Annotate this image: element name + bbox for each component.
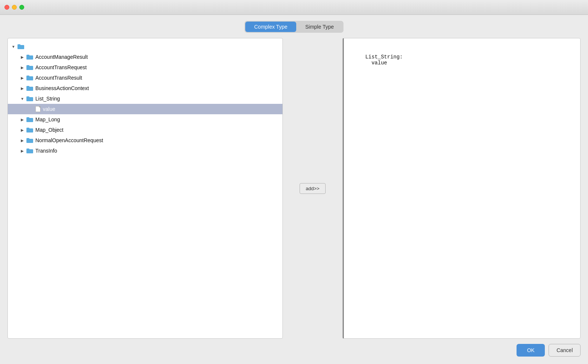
- add-button[interactable]: add>>: [300, 183, 326, 194]
- expand-icon-AccountManageResult: [20, 54, 25, 60]
- svg-rect-1: [17, 44, 20, 46]
- tree-label-AccountTransRequest: AccountTransRequest: [35, 64, 87, 70]
- expand-icon-BusinessActionContext: [20, 86, 25, 91]
- expand-icon-AccountTransRequest: [20, 65, 25, 70]
- ok-button[interactable]: OK: [517, 344, 545, 357]
- tree-item-NormalOpenAccountRequest[interactable]: NormalOpenAccountRequest: [8, 135, 282, 146]
- bottom-bar: OK Cancel: [7, 339, 581, 357]
- tree-item-AccountTransResult[interactable]: AccountTransResult: [8, 73, 282, 83]
- folder-icon-AccountTransResult: [26, 75, 33, 80]
- tree-item-Map_Object[interactable]: Map_Object: [8, 125, 282, 135]
- dialog: Complex Type Simple Type: [0, 15, 588, 364]
- tree-item-AccountManageResult[interactable]: AccountManageResult: [8, 52, 282, 62]
- content-area: AccountManageResult AccountTransRequest: [7, 38, 581, 339]
- tree-label-TransInfo: TransInfo: [35, 148, 57, 154]
- tree-item-List_String[interactable]: List_String: [8, 93, 282, 104]
- svg-rect-11: [26, 96, 29, 98]
- tab-simple-type[interactable]: Simple Type: [296, 22, 343, 32]
- folder-icon-AccountTransRequest: [26, 65, 33, 70]
- expand-icon-root: [11, 44, 16, 49]
- folder-icon-Map_Long: [26, 117, 33, 122]
- tree-item-TransInfo[interactable]: TransInfo: [8, 146, 282, 156]
- tree-label-BusinessActionContext: BusinessActionContext: [35, 85, 89, 91]
- middle-area: add>>: [283, 38, 342, 339]
- tree-label-AccountManageResult: AccountManageResult: [35, 54, 88, 60]
- minimize-button[interactable]: [12, 5, 17, 10]
- expand-icon-AccountTransResult: [20, 75, 25, 80]
- tree-label-List_String: List_String: [35, 96, 60, 102]
- svg-rect-19: [26, 149, 29, 150]
- expand-icon-Map_Long: [20, 117, 25, 122]
- folder-icon-AccountManageResult: [26, 54, 33, 60]
- tree-label-value: value: [43, 106, 55, 112]
- svg-rect-3: [26, 55, 29, 56]
- svg-rect-15: [26, 128, 29, 129]
- tree-item-value[interactable]: value: [8, 104, 282, 114]
- tree-container: AccountManageResult AccountTransRequest: [8, 38, 282, 159]
- file-icon-value: [35, 106, 41, 112]
- tree-item-Map_Long[interactable]: Map_Long: [8, 114, 282, 125]
- svg-rect-17: [26, 138, 29, 140]
- tree-item-BusinessActionContext[interactable]: BusinessActionContext: [8, 83, 282, 93]
- folder-icon-NormalOpenAccountRequest: [26, 138, 33, 143]
- tab-bar: Complex Type Simple Type: [245, 21, 343, 33]
- svg-rect-7: [26, 76, 29, 77]
- svg-rect-9: [26, 86, 29, 87]
- cancel-button[interactable]: Cancel: [549, 344, 581, 357]
- folder-icon-BusinessActionContext: [26, 86, 33, 91]
- tree-label-AccountTransResult: AccountTransResult: [35, 75, 82, 81]
- tab-complex-type[interactable]: Complex Type: [245, 22, 296, 32]
- maximize-button[interactable]: [19, 5, 24, 10]
- tree-item-root[interactable]: [8, 41, 282, 52]
- expand-icon-Map_Object: [20, 127, 25, 132]
- folder-icon-root: [17, 44, 24, 49]
- tree-label-Map_Object: Map_Object: [35, 127, 63, 133]
- close-button[interactable]: [4, 5, 9, 10]
- folder-icon-Map_Object: [26, 127, 33, 132]
- expand-icon-TransInfo: [20, 148, 25, 153]
- traffic-lights: [4, 5, 24, 10]
- expand-icon-List_String: [20, 96, 25, 101]
- tree-item-AccountTransRequest[interactable]: AccountTransRequest: [8, 62, 282, 73]
- tree-label-NormalOpenAccountRequest: NormalOpenAccountRequest: [35, 137, 103, 143]
- expand-icon-value: [29, 106, 34, 112]
- panel-divider: [343, 38, 344, 338]
- preview-content: List_String: value: [346, 54, 403, 66]
- svg-rect-5: [26, 65, 29, 67]
- folder-icon-List_String: [26, 96, 33, 101]
- svg-rect-13: [26, 117, 29, 119]
- expand-icon-NormalOpenAccountRequest: [20, 138, 25, 143]
- title-bar: [0, 0, 588, 15]
- preview-panel: List_String: value: [342, 38, 581, 339]
- tree-panel[interactable]: AccountManageResult AccountTransRequest: [7, 38, 283, 339]
- folder-icon-TransInfo: [26, 148, 33, 153]
- tree-label-Map_Long: Map_Long: [35, 116, 60, 122]
